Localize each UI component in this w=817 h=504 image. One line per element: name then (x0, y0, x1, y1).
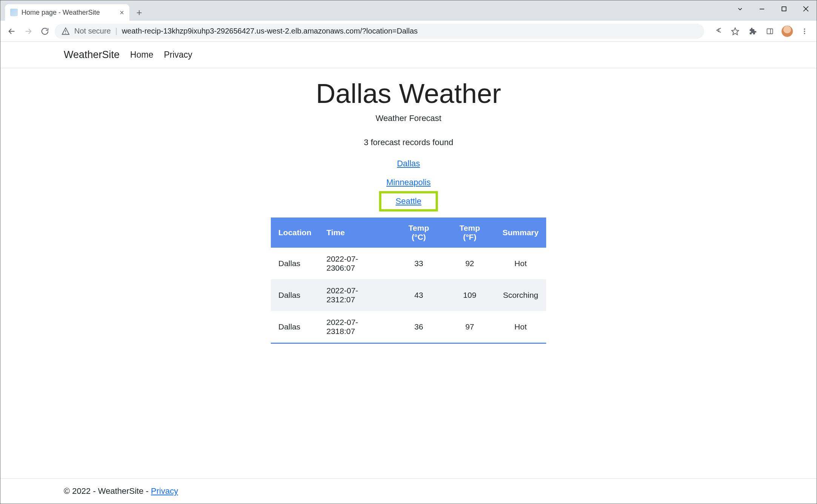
cell-summary: Scorching (495, 279, 546, 311)
favicon-icon (10, 9, 18, 16)
svg-marker-8 (732, 28, 739, 34)
cell-time: 2022-07-2318:07 (319, 311, 393, 343)
browser-toolbar: Not secure | weath-recip-13khzp9ixuhp3-2… (0, 21, 817, 42)
th-temp-c: Temp (°C) (393, 218, 444, 248)
th-temp-f: Temp (°F) (444, 218, 495, 248)
bookmark-icon[interactable] (728, 24, 743, 39)
not-secure-label: Not secure (74, 27, 111, 35)
th-time: Time (319, 218, 393, 248)
profile-avatar[interactable] (780, 24, 795, 39)
nav-home[interactable]: Home (130, 50, 153, 60)
tab-title: Home page - WeatherSite (22, 9, 116, 17)
records-found-text: 3 forecast records found (364, 138, 453, 147)
cell-summary: Hot (495, 311, 546, 343)
footer-privacy-link[interactable]: Privacy (151, 486, 178, 496)
back-button[interactable] (5, 25, 18, 38)
cell-location: Dallas (271, 279, 319, 311)
cell-time: 2022-07-2306:07 (319, 248, 393, 279)
window-controls (729, 0, 817, 17)
cell-location: Dallas (271, 248, 319, 279)
window-maximize-button[interactable] (773, 0, 795, 17)
browser-tab-active[interactable]: Home page - WeatherSite × (5, 4, 129, 21)
table-row: Dallas2022-07-2306:073392Hot (271, 248, 546, 279)
table-row: Dallas2022-07-2312:0743109Scorching (271, 279, 546, 311)
svg-point-12 (804, 31, 805, 32)
window-minimize-button[interactable] (751, 0, 773, 17)
not-secure-icon (61, 27, 70, 35)
extensions-icon[interactable] (745, 24, 760, 39)
footer: © 2022 - WeatherSite - Privacy (0, 478, 817, 504)
cell-time: 2022-07-2312:07 (319, 279, 393, 311)
main-content: Dallas Weather Weather Forecast 3 foreca… (0, 68, 817, 478)
close-tab-icon[interactable]: × (120, 8, 124, 17)
url-text: weath-recip-13khzp9ixuhp3-292656427.us-w… (122, 27, 418, 35)
svg-rect-1 (782, 7, 786, 11)
forecast-table: Location Time Temp (°C) Temp (°F) Summar… (271, 218, 546, 344)
window-close-button[interactable] (795, 0, 817, 17)
page-subtitle: Weather Forecast (376, 113, 441, 123)
brand-label[interactable]: WeatherSite (64, 49, 120, 61)
cell-temp_c: 33 (393, 248, 444, 279)
address-bar[interactable]: Not secure | weath-recip-13khzp9ixuhp3-2… (55, 24, 704, 39)
link-minneapolis[interactable]: Minneapolis (386, 178, 430, 187)
link-dallas[interactable]: Dallas (397, 159, 420, 169)
th-location: Location (271, 218, 319, 248)
omnibox-separator: | (115, 27, 117, 35)
footer-text: © 2022 - WeatherSite - (64, 486, 151, 496)
city-links: Dallas Minneapolis Seattle (384, 159, 433, 206)
link-seattle[interactable]: Seattle (384, 196, 433, 206)
share-icon[interactable] (710, 24, 725, 39)
menu-icon[interactable] (797, 24, 812, 39)
site-navbar: WeatherSite Home Privacy (0, 42, 817, 68)
svg-point-13 (804, 33, 805, 34)
cell-temp_f: 92 (444, 248, 495, 279)
sidepanel-icon[interactable] (762, 24, 777, 39)
table-header-row: Location Time Temp (°C) Temp (°F) Summar… (271, 218, 546, 248)
svg-rect-9 (767, 29, 773, 34)
page-title: Dallas Weather (316, 78, 501, 109)
new-tab-button[interactable]: + (132, 6, 146, 19)
cell-location: Dallas (271, 311, 319, 343)
nav-privacy[interactable]: Privacy (164, 50, 192, 60)
reload-button[interactable] (38, 25, 52, 38)
th-summary: Summary (495, 218, 546, 248)
svg-point-7 (65, 32, 66, 33)
cell-temp_f: 109 (444, 279, 495, 311)
svg-point-11 (804, 28, 805, 29)
table-row: Dallas2022-07-2318:073697Hot (271, 311, 546, 343)
cell-temp_f: 97 (444, 311, 495, 343)
browser-tabbar: Home page - WeatherSite × + (0, 0, 817, 21)
cell-temp_c: 36 (393, 311, 444, 343)
cell-temp_c: 43 (393, 279, 444, 311)
page-viewport: WeatherSite Home Privacy Dallas Weather … (0, 42, 817, 504)
forward-button[interactable] (22, 25, 35, 38)
window-dropdown-icon[interactable] (729, 0, 751, 17)
cell-summary: Hot (495, 248, 546, 279)
